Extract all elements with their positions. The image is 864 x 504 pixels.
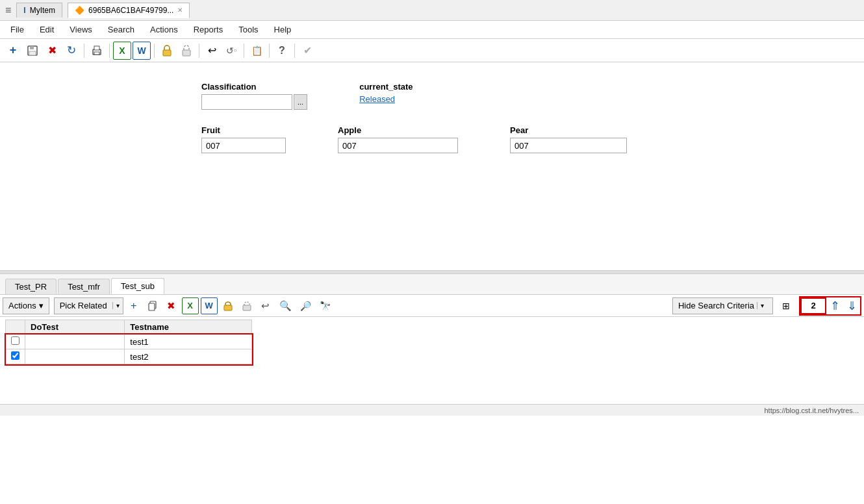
toolbar-separator-2 [109,44,110,58]
add-button[interactable]: + [4,42,22,60]
main-form-area: Classification ... current_state Release… [0,62,864,270]
pick-related-label: Pick Related [55,301,112,310]
fruit-input[interactable] [201,138,286,153]
unlock-button[interactable] [177,42,196,60]
table-row: test1 [6,334,252,349]
sub-excel-button[interactable]: X [182,297,199,314]
current-state-group: current_state Released [359,82,413,110]
sub-delete-button[interactable]: ✖ [163,297,180,314]
svg-rect-7 [183,50,190,56]
hide-search-label: Hide Search Criteria [678,301,754,310]
lock-button[interactable] [158,42,176,60]
apple-label: Apple [338,125,458,135]
undo-button[interactable]: ↩ [203,42,221,60]
tab-guid-label: 6965BA6C1BAF49799... [88,6,173,15]
apple-input[interactable] [338,138,458,153]
row1-checkbox[interactable] [11,336,19,345]
menu-help[interactable]: Help [266,22,299,37]
sub-toolbar: Actions ▾ Pick Related ▾ + ✖ X W ↩ 🔍 🔎 🔭… [0,295,864,317]
refresh-button[interactable]: ↻ [62,42,81,60]
svg-rect-4 [94,46,99,50]
excel-button[interactable]: X [113,42,131,60]
copy-button[interactable]: 📋 [248,42,266,60]
print-button[interactable] [88,42,106,60]
svg-rect-6 [163,50,171,56]
sub-lock-button[interactable] [220,297,236,314]
toolbar-separator-7 [294,44,295,58]
word-button[interactable]: W [133,42,151,60]
status-bar: https://blog.cst.it.net/hvytres... [0,404,864,416]
status-url: https://blog.cst.it.net/hvytres... [764,407,859,414]
menu-file[interactable]: File [3,22,32,37]
title-bar: ≡ I MyItem 🔶 6965BA6C1BAF49799... ✕ [0,0,864,21]
tab-test-mfr[interactable]: Test_mfr [58,279,110,294]
pear-input[interactable] [510,138,627,153]
tab-myitem-label: MyItem [30,6,55,15]
sub-word-button[interactable]: W [201,297,218,314]
sub-add-button[interactable]: + [125,297,142,314]
sub-copy-button[interactable] [144,297,161,314]
menu-search[interactable]: Search [100,22,142,37]
fruit-group: Fruit [201,125,286,153]
apple-group: Apple [338,125,458,153]
sort-ascending-button[interactable]: ⇑ [826,297,843,314]
svg-rect-9 [149,303,155,310]
svg-rect-11 [243,305,251,310]
main-toolbar: + ✖ ↻ X W ↩ ↺○ 📋 ? ✔ [0,39,864,62]
pick-related-button[interactable]: Pick Related ▾ [54,297,123,314]
row1-checkbox-cell [6,334,25,349]
toolbar-separator-1 [84,44,84,58]
actions-button[interactable]: Actions ▾ [3,297,49,314]
redo-button[interactable]: ↺○ [222,42,240,60]
menu-reports[interactable]: Reports [186,22,231,37]
myitem-icon: I [23,6,25,15]
tab-close-icon[interactable]: ✕ [177,6,183,14]
data-table-container: DoTest Testname test1 test2 [0,317,864,404]
menu-edit[interactable]: Edit [32,22,62,37]
tab-guid[interactable]: 🔶 6965BA6C1BAF49799... ✕ [68,3,190,18]
svg-rect-1 [30,46,34,49]
tab-test-pr[interactable]: Test_PR [5,279,57,294]
toolbar-separator-3 [154,44,155,58]
delete-button[interactable]: ✖ [43,42,61,60]
hide-search-arrow-icon: ▾ [757,302,767,309]
tab-myitem[interactable]: I MyItem [16,3,62,18]
tab-test-sub[interactable]: Test_sub [111,278,164,294]
classification-label: Classification [201,82,307,92]
guid-icon: 🔶 [75,6,84,15]
hide-search-button[interactable]: Hide Search Criteria ▾ [672,297,773,314]
menu-actions[interactable]: Actions [142,22,186,37]
bottom-panel: Test_PR Test_mfr Test_sub Actions ▾ Pick… [0,274,864,404]
current-state-label: current_state [359,82,413,92]
actions-arrow-icon: ▾ [39,301,44,310]
row2-checkbox[interactable] [11,351,19,360]
save-button[interactable] [23,42,42,60]
row1-testname: test1 [125,334,252,349]
row2-testname: test2 [125,349,252,364]
sub-filter-button[interactable]: 🔭 [316,297,334,314]
menu-views[interactable]: Views [62,22,99,37]
actions-label: Actions [8,301,36,310]
classification-browse-button[interactable]: ... [294,94,307,110]
grid-view-button[interactable]: ⊞ [778,297,794,314]
toolbar-separator-5 [244,44,244,58]
col-testname: Testname [125,320,252,334]
sub-search-button[interactable]: 🔍 [276,297,295,314]
col-checkbox [6,320,25,334]
svg-rect-10 [224,305,232,310]
hamburger-menu[interactable]: ≡ [5,5,11,16]
sub-undo-button[interactable]: ↩ [257,297,274,314]
sort-descending-button[interactable]: ⇓ [843,297,860,314]
help-button[interactable]: ? [273,42,291,60]
pear-group: Pear [510,125,627,153]
table-row: test2 [6,349,252,364]
menu-tools[interactable]: Tools [231,22,266,37]
bottom-tab-row: Test_PR Test_mfr Test_sub [0,274,864,295]
current-state-value[interactable]: Released [359,94,413,104]
classification-input[interactable] [201,94,292,110]
check-button[interactable]: ✔ [298,42,316,60]
row2-checkbox-cell [6,349,25,364]
sub-unlock-button[interactable] [238,297,255,314]
sub-find-button[interactable]: 🔎 [297,297,314,314]
svg-rect-5 [94,52,99,55]
